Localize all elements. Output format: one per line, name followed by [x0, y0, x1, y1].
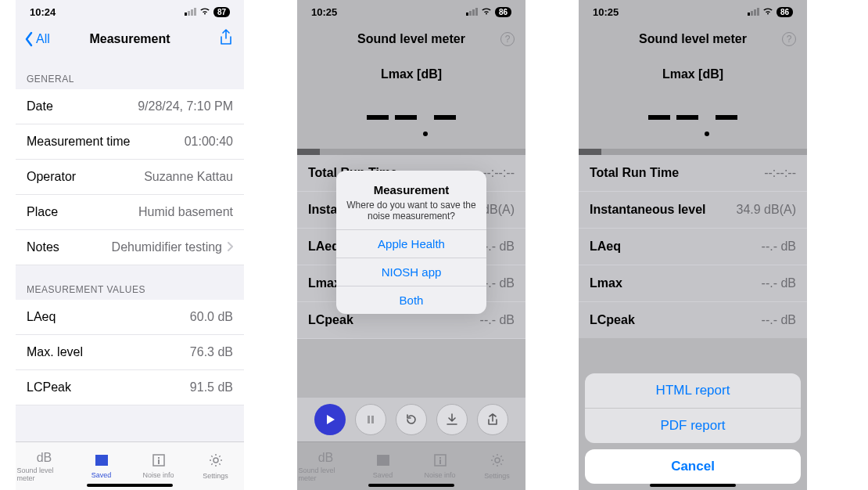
chevron-right-icon: [227, 241, 233, 254]
row-value: Suzanne Kattau: [144, 170, 233, 184]
svg-point-3: [213, 458, 218, 463]
phone-save-alert: 10:25 86 Sound level meter ? Lmax [dB] T…: [297, 0, 525, 490]
status-bar: 10:24 87: [16, 0, 244, 23]
row-date[interactable]: Date 9/28/24, 7:10 PM: [16, 89, 244, 124]
alert-message: Where do you want to save the noise meas…: [346, 200, 477, 222]
row-operator[interactable]: Operator Suzanne Kattau: [16, 160, 244, 195]
row-max-level: Max. level 76.3 dB: [16, 335, 244, 370]
wifi-icon: [199, 6, 210, 17]
row-label: Measurement time: [27, 135, 131, 149]
row-label: Date: [27, 99, 53, 113]
saved-icon: [95, 454, 109, 470]
row-value: Humid basement: [138, 205, 233, 219]
row-value: 76.3 dB: [190, 345, 233, 359]
chevron-left-icon: [23, 31, 34, 47]
share-icon: [219, 29, 233, 46]
sheet-option-pdf-report[interactable]: PDF report: [585, 409, 801, 443]
row-notes[interactable]: Notes Dehumidifier testing: [16, 230, 244, 265]
tab-label: Sound level meter: [17, 467, 72, 482]
tab-label: Saved: [91, 471, 112, 479]
general-list: Date 9/28/24, 7:10 PM Measurement time 0…: [16, 89, 244, 265]
sheet-cancel-button[interactable]: Cancel: [585, 449, 801, 484]
row-label: Place: [27, 205, 58, 219]
row-value: Dehumidifier testing: [112, 240, 222, 254]
tab-label: Settings: [203, 472, 228, 480]
row-label: Operator: [27, 170, 76, 184]
row-lcpeak: LCPeak 91.5 dB: [16, 370, 244, 405]
row-value: 91.5 dB: [190, 380, 233, 395]
report-action-sheet: HTML report PDF report Cancel: [585, 373, 801, 484]
status-right: 87: [185, 6, 230, 17]
sheet-option-html-report[interactable]: HTML report: [585, 373, 801, 409]
row-label: Max. level: [27, 345, 83, 359]
tab-bar: dB Sound level meter Saved Noise info Se…: [16, 441, 244, 490]
tab-sound-level-meter[interactable]: dB Sound level meter: [17, 451, 72, 482]
db-icon: dB: [37, 451, 52, 465]
alert-option-niosh-app[interactable]: NIOSH app: [336, 258, 486, 286]
cellular-icon: [185, 8, 196, 16]
alert-title: Measurement: [346, 183, 477, 196]
nav-bar: All Measurement: [16, 23, 244, 55]
row-label: Notes: [27, 240, 59, 254]
section-header-general: General: [16, 55, 244, 89]
home-indicator[interactable]: [650, 484, 736, 487]
phone-report-sheet: 10:25 86 Sound level meter ? Lmax [dB] T…: [579, 0, 807, 490]
row-value: 9/28/24, 7:10 PM: [138, 99, 233, 113]
tab-label: Noise info: [142, 471, 174, 479]
status-time: 10:24: [30, 6, 56, 18]
values-list: LAeq 60.0 dB Max. level 76.3 dB LCPeak 9…: [16, 300, 244, 405]
back-button[interactable]: All: [23, 31, 50, 47]
row-label: LAeq: [27, 310, 56, 324]
tab-saved[interactable]: Saved: [74, 454, 129, 479]
row-value: 60.0 dB: [190, 310, 233, 324]
tab-settings[interactable]: Settings: [188, 453, 243, 480]
sheet-options: HTML report PDF report: [585, 373, 801, 443]
alert-option-apple-health[interactable]: Apple Health: [336, 229, 486, 258]
alert-option-both[interactable]: Both: [336, 286, 486, 314]
nav-title: Measurement: [89, 32, 170, 46]
info-icon: [152, 454, 165, 470]
row-label: LCPeak: [27, 380, 71, 395]
gear-icon: [209, 453, 223, 470]
phone-measurement-detail: 10:24 87 All Measurement General Date 9/…: [16, 0, 244, 490]
share-button[interactable]: [219, 29, 233, 50]
svg-rect-2: [158, 459, 160, 464]
svg-rect-1: [158, 457, 160, 459]
battery-icon: 87: [213, 7, 230, 17]
home-indicator[interactable]: [87, 484, 173, 487]
row-laeq: LAeq 60.0 dB: [16, 300, 244, 335]
row-place[interactable]: Place Humid basement: [16, 195, 244, 230]
alert-header: Measurement Where do you want to save th…: [336, 171, 486, 229]
row-value: 01:00:40: [185, 135, 233, 149]
tab-noise-info[interactable]: Noise info: [131, 454, 186, 479]
save-alert: Measurement Where do you want to save th…: [336, 171, 486, 314]
section-header-values: Measurement Values: [16, 265, 244, 300]
row-measurement-time[interactable]: Measurement time 01:00:40: [16, 124, 244, 160]
back-label: All: [36, 32, 50, 46]
